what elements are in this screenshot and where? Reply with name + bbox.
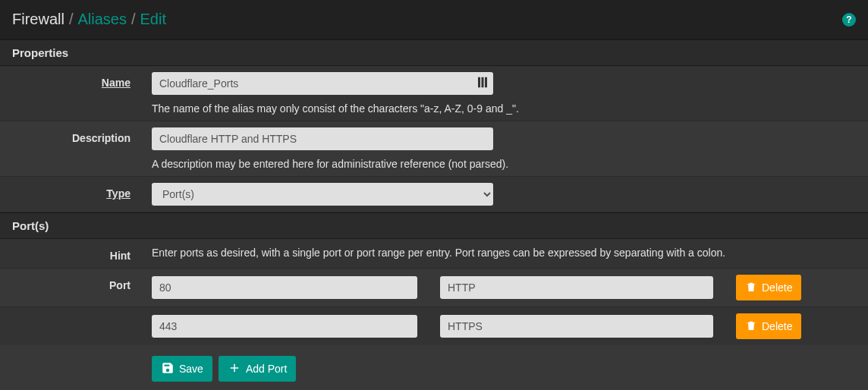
breadcrumb-aliases-link[interactable]: Aliases [77,11,126,28]
trash-icon [745,319,757,334]
label-name: Name [102,77,131,89]
breadcrumb-sep: / [131,11,136,28]
trash-icon [745,281,757,295]
panel-header-ports: Port(s) [0,212,868,239]
port-entry-row: Delete [152,275,856,300]
port-value-input[interactable] [152,315,417,338]
label-hint: Hint [110,250,131,262]
panel-header-properties: Properties [0,39,868,66]
port-desc-input[interactable] [440,315,713,338]
port-entry-row: Delete [152,313,856,339]
add-port-button[interactable]: Add Port [219,356,296,382]
breadcrumb-sep: / [69,11,74,28]
breadcrumb: Firewall / Aliases / Edit [12,11,166,28]
name-help-text: The name of the alias may only consist o… [152,102,856,115]
breadcrumb-root: Firewall [12,11,64,28]
description-input[interactable] [152,127,493,150]
hint-text: Enter ports as desired, with a single po… [152,245,856,259]
port-value-input[interactable] [152,276,417,299]
type-select[interactable]: Port(s) [152,183,493,206]
plus-icon [228,361,241,377]
breadcrumb-edit-link[interactable]: Edit [140,11,166,28]
delete-port-button[interactable]: Delete [736,275,801,300]
add-port-label: Add Port [246,363,287,375]
label-description: Description [72,132,131,144]
save-icon [161,361,175,377]
name-input[interactable] [152,72,493,95]
label-port: Port [109,279,131,291]
label-type: Type [106,187,131,200]
delete-label: Delete [762,281,792,294]
save-label: Save [179,363,203,375]
delete-label: Delete [762,320,792,332]
description-help-text: A description may be entered here for ad… [152,158,856,170]
help-icon[interactable]: ? [842,13,856,27]
save-button[interactable]: Save [152,356,212,382]
delete-port-button[interactable]: Delete [736,313,801,339]
port-desc-input[interactable] [440,276,713,299]
